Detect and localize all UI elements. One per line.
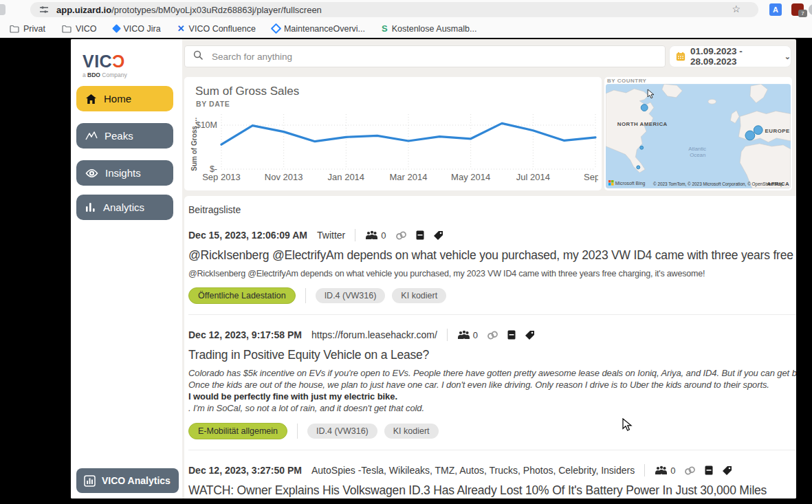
tab-fragment xyxy=(0,4,6,15)
post-separator xyxy=(188,314,796,315)
calendar-icon xyxy=(676,51,685,62)
chart-subtitle: BY DATE xyxy=(196,100,230,108)
vico-app-window: VICƆ a BDO Company Home Peaks Insights A… xyxy=(71,39,796,498)
tag-icon[interactable] xyxy=(433,230,443,241)
map-by-country-label: BY COUNTRY xyxy=(607,78,646,84)
tag-pill[interactable]: KI kodiert xyxy=(392,288,446,303)
bookmark-kostenlose[interactable]: S Kostenlose Ausmalb... xyxy=(382,23,476,34)
mouse-cursor xyxy=(622,418,633,435)
svg-text:Nov 2013: Nov 2013 xyxy=(265,172,303,182)
tag-pill[interactable]: E-Mobilität allgemein xyxy=(188,423,287,439)
post-title[interactable]: Trading in Positive Equity Vehicle on a … xyxy=(188,348,796,362)
bookmark-vico-confluence[interactable]: ✕ VICO Confluence xyxy=(177,23,256,34)
book-icon[interactable] xyxy=(416,230,424,240)
address-bar[interactable]: app.uizard.io/prototypes/bM0yoLjx03uRdz6… xyxy=(30,2,758,17)
url-path: /prototypes/bM0yoLjx03uRdz68863j/player/… xyxy=(111,5,322,15)
site-info-icon[interactable] xyxy=(39,4,50,15)
jira-outline-icon xyxy=(271,23,282,34)
folder-icon xyxy=(62,25,72,33)
gross-sales-chart-card: Sum of Gross Sales BY DATE Sum of Gross … xyxy=(184,77,602,190)
label-atlantic: Atlantic xyxy=(688,146,706,152)
svg-text:$-: $- xyxy=(210,164,217,174)
search-input[interactable] xyxy=(210,51,626,63)
audience-count: 0 xyxy=(670,465,675,476)
bookmark-vico[interactable]: VICO xyxy=(62,24,97,34)
audience-count: 0 xyxy=(473,330,478,340)
audience-icon[interactable] xyxy=(365,230,378,241)
audience-icon[interactable] xyxy=(655,465,668,476)
post-date: Dec 12, 2023, 9:17:58 PM xyxy=(188,329,302,340)
link-icon[interactable] xyxy=(683,464,697,477)
tag-icon[interactable] xyxy=(525,330,535,340)
post-title[interactable]: @RickIsenberg @ElectrifyAm depends on wh… xyxy=(188,248,796,263)
posts-card: Beitragsliste Dec 15, 2023, 12:06:09 AM … xyxy=(184,196,796,498)
post-tags: E-Mobilität allgemein ID.4 (VW316) KI ko… xyxy=(188,423,796,439)
bookmark-maintenance[interactable]: MaintenanceOvervi... xyxy=(272,24,365,34)
date-range-text: 01.09.2023 - 28.09.2023 xyxy=(690,46,779,67)
sidebar-item-insights[interactable]: Insights xyxy=(76,160,173,186)
confluence-icon: ✕ xyxy=(177,23,185,34)
chart-title: Sum of Gross Sales xyxy=(195,85,299,98)
link-icon[interactable] xyxy=(485,329,500,342)
post-item: Dec 15, 2023, 12:06:09 AM Twitter 0 @Ric… xyxy=(188,228,796,304)
bar-chart-icon xyxy=(85,202,96,212)
tag-pill[interactable]: ID.4 (VW316) xyxy=(307,424,377,439)
tag-pill[interactable]: ID.4 (VW316) xyxy=(316,288,386,303)
post-source: AutoSpies -Tesla, Wikileaks, TMZ, Autos,… xyxy=(311,465,635,476)
sidebar-item-analytics[interactable]: Analytics xyxy=(76,195,173,220)
tag-pill[interactable]: Öffentliche Ladestation xyxy=(188,287,296,304)
tag-pill[interactable]: KI kodiert xyxy=(384,424,439,439)
s-icon: S xyxy=(382,23,388,34)
divider xyxy=(447,329,448,341)
search-bar[interactable] xyxy=(184,45,666,67)
fullscreen-stage: VICƆ a BDO Company Home Peaks Insights A… xyxy=(0,38,812,504)
country-map-card: BY COUNTRY NORTH AMERICA xyxy=(604,77,792,190)
post-excerpt: @RickIsenberg @ElectrifyAm depends on wh… xyxy=(188,269,796,278)
bookmark-vico-jira[interactable]: VICO Jira xyxy=(113,24,161,34)
sidebar-item-home[interactable]: Home xyxy=(76,86,173,111)
bookmark-star-icon[interactable]: ☆ xyxy=(732,3,740,14)
svg-text:Mar 2014: Mar 2014 xyxy=(390,172,428,182)
folder-icon xyxy=(10,25,19,33)
post-body: Colorado has $5k incentive on EVs if you… xyxy=(188,367,796,414)
eye-icon xyxy=(85,168,98,178)
divider xyxy=(644,464,645,476)
svg-text:Microsoft Bing: Microsoft Bing xyxy=(615,181,646,186)
svg-text:Jan 2014: Jan 2014 xyxy=(328,172,365,182)
label-ocean: Ocean xyxy=(690,152,705,158)
chevron-down-icon: ⌄ xyxy=(784,52,791,61)
post-item: Dec 12, 2023, 9:17:58 PM https://forum.l… xyxy=(188,328,796,439)
audience-icon[interactable] xyxy=(457,330,470,340)
book-icon[interactable] xyxy=(705,465,713,475)
map-attribution: © 2023 TomTom, © 2023 Microsoft Corporat… xyxy=(653,182,783,187)
sidebar-item-peaks[interactable]: Peaks xyxy=(76,123,173,149)
world-map[interactable]: NORTH AMERICA EUROPE AFRICA Atlantic Oce… xyxy=(606,84,791,188)
bookmark-privat[interactable]: Privat xyxy=(10,24,45,34)
extension-badge: 7 xyxy=(798,10,807,17)
divider xyxy=(305,288,306,303)
post-title[interactable]: WATCH: Owner Explains His Volkswagen ID.… xyxy=(188,483,796,498)
svg-text:$10M: $10M xyxy=(196,120,217,130)
vico-logo: VICƆ a BDO Company xyxy=(83,53,127,78)
divider xyxy=(355,229,355,241)
link-icon[interactable] xyxy=(394,229,408,242)
date-range-picker[interactable]: 01.09.2023 - 28.09.2023 ⌄ xyxy=(669,45,791,67)
post-meta: Dec 12, 2023, 3:27:50 PM AutoSpies -Tesl… xyxy=(188,463,796,477)
translate-icon[interactable]: A xyxy=(769,3,782,16)
svg-text:Jul 2014: Jul 2014 xyxy=(516,172,550,182)
post-source: Twitter xyxy=(317,230,345,241)
svg-text:Sep 2013: Sep 2013 xyxy=(202,172,241,182)
divider xyxy=(297,424,298,439)
post-source[interactable]: https://forum.leasehackr.com/ xyxy=(311,329,437,340)
gross-sales-line-chart: Sep 2013Nov 2013Jan 2014Mar 2014May 2014… xyxy=(194,111,598,184)
iceland-shape xyxy=(708,99,716,104)
main-content: 01.09.2023 - 28.09.2023 ⌄ Sum of Gross S… xyxy=(182,39,796,498)
sidebar-item-vico-analytics[interactable]: VICO Analytics xyxy=(76,468,179,493)
book-icon[interactable] xyxy=(507,330,516,340)
browser-toolbar: app.uizard.io/prototypes/bM0yoLjx03uRdz6… xyxy=(0,0,812,19)
url-text[interactable]: app.uizard.io/prototypes/bM0yoLjx03uRdz6… xyxy=(56,5,322,15)
profile-avatar[interactable] xyxy=(809,4,812,15)
post-item: Dec 12, 2023, 3:27:50 PM AutoSpies -Tesl… xyxy=(188,463,796,498)
tag-icon[interactable] xyxy=(722,465,732,476)
svg-text:May 2014: May 2014 xyxy=(451,172,490,182)
